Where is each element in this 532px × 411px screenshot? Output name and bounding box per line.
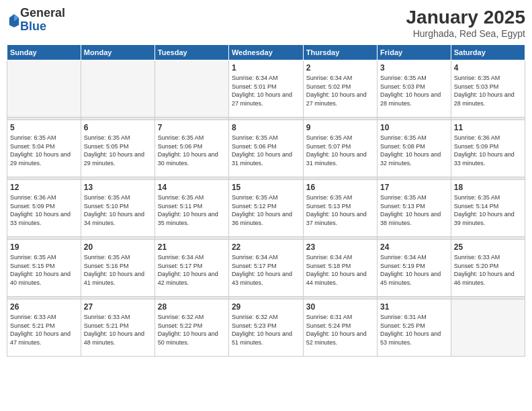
weekday-header-friday: Friday <box>378 45 451 60</box>
day-number: 26 <box>10 302 78 312</box>
day-number: 17 <box>380 183 448 192</box>
day-cell: 15Sunrise: 6:35 AMSunset: 5:12 PMDayligh… <box>228 180 303 237</box>
day-number: 27 <box>84 302 152 312</box>
day-info: Sunrise: 6:35 AMSunset: 5:08 PMDaylight:… <box>380 134 448 167</box>
day-cell: 13Sunrise: 6:35 AMSunset: 5:10 PMDayligh… <box>81 180 154 237</box>
weekday-header-row: SundayMondayTuesdayWednesdayThursdayFrid… <box>7 45 525 60</box>
day-number: 16 <box>306 183 374 192</box>
day-cell: 6Sunrise: 6:35 AMSunset: 5:05 PMDaylight… <box>81 120 154 177</box>
calendar-title: January 2025 <box>406 7 525 28</box>
day-cell: 23Sunrise: 6:34 AMSunset: 5:18 PMDayligh… <box>303 240 377 297</box>
day-number: 25 <box>454 242 522 252</box>
day-cell <box>81 60 154 118</box>
day-info: Sunrise: 6:32 AMSunset: 5:23 PMDaylight:… <box>232 313 300 347</box>
day-cell <box>451 300 525 357</box>
day-number: 15 <box>232 183 300 192</box>
page: General Blue January 2025 Hurghada, Red … <box>0 0 532 411</box>
day-cell: 17Sunrise: 6:35 AMSunset: 5:13 PMDayligh… <box>378 180 451 237</box>
week-row-1: 5Sunrise: 6:35 AMSunset: 5:04 PMDaylight… <box>7 120 525 177</box>
day-info: Sunrise: 6:31 AMSunset: 5:25 PMDaylight:… <box>380 313 448 347</box>
day-info: Sunrise: 6:34 AMSunset: 5:17 PMDaylight:… <box>158 253 226 287</box>
day-cell: 12Sunrise: 6:36 AMSunset: 5:09 PMDayligh… <box>7 180 81 237</box>
day-number: 1 <box>232 63 300 73</box>
day-info: Sunrise: 6:36 AMSunset: 5:09 PMDaylight:… <box>10 193 78 227</box>
day-cell: 26Sunrise: 6:33 AMSunset: 5:21 PMDayligh… <box>7 300 81 357</box>
week-row-3: 19Sunrise: 6:35 AMSunset: 5:15 PMDayligh… <box>7 240 525 297</box>
day-info: Sunrise: 6:34 AMSunset: 5:18 PMDaylight:… <box>306 253 374 287</box>
day-info: Sunrise: 6:31 AMSunset: 5:24 PMDaylight:… <box>306 313 374 347</box>
weekday-header-sunday: Sunday <box>7 45 81 60</box>
day-number: 13 <box>84 183 152 192</box>
weekday-header-saturday: Saturday <box>451 45 525 60</box>
week-row-4: 26Sunrise: 6:33 AMSunset: 5:21 PMDayligh… <box>7 300 525 357</box>
day-info: Sunrise: 6:35 AMSunset: 5:11 PMDaylight:… <box>158 193 226 227</box>
day-number: 12 <box>10 183 78 192</box>
weekday-header-tuesday: Tuesday <box>154 45 228 60</box>
weekday-header-wednesday: Wednesday <box>228 45 303 60</box>
day-cell: 5Sunrise: 6:35 AMSunset: 5:04 PMDaylight… <box>7 120 81 177</box>
day-info: Sunrise: 6:35 AMSunset: 5:15 PMDaylight:… <box>10 253 78 287</box>
day-cell: 30Sunrise: 6:31 AMSunset: 5:24 PMDayligh… <box>303 300 377 357</box>
day-info: Sunrise: 6:35 AMSunset: 5:13 PMDaylight:… <box>306 193 374 227</box>
day-cell: 22Sunrise: 6:34 AMSunset: 5:17 PMDayligh… <box>228 240 303 297</box>
day-number: 31 <box>380 302 448 312</box>
day-number: 11 <box>454 123 522 132</box>
day-number: 5 <box>10 123 78 132</box>
day-number: 20 <box>84 242 152 252</box>
day-cell: 10Sunrise: 6:35 AMSunset: 5:08 PMDayligh… <box>378 120 451 177</box>
day-cell: 25Sunrise: 6:33 AMSunset: 5:20 PMDayligh… <box>451 240 525 297</box>
day-info: Sunrise: 6:35 AMSunset: 5:05 PMDaylight:… <box>84 134 152 167</box>
day-number: 30 <box>306 302 374 312</box>
day-number: 9 <box>306 123 374 132</box>
day-info: Sunrise: 6:33 AMSunset: 5:21 PMDaylight:… <box>84 313 152 347</box>
title-block: January 2025 Hurghada, Red Sea, Egypt <box>406 7 525 39</box>
day-info: Sunrise: 6:34 AMSunset: 5:19 PMDaylight:… <box>380 253 448 287</box>
day-cell: 31Sunrise: 6:31 AMSunset: 5:25 PMDayligh… <box>378 300 451 357</box>
day-info: Sunrise: 6:35 AMSunset: 5:13 PMDaylight:… <box>380 193 448 227</box>
day-number: 29 <box>232 302 300 312</box>
day-number: 14 <box>158 183 226 192</box>
logo-text: General Blue <box>20 7 65 34</box>
day-cell: 8Sunrise: 6:35 AMSunset: 5:06 PMDaylight… <box>228 120 303 177</box>
logo-general-text: General <box>20 7 65 20</box>
weekday-header-monday: Monday <box>81 45 154 60</box>
day-info: Sunrise: 6:36 AMSunset: 5:09 PMDaylight:… <box>454 134 522 167</box>
calendar-subtitle: Hurghada, Red Sea, Egypt <box>406 28 525 39</box>
day-cell: 7Sunrise: 6:35 AMSunset: 5:06 PMDaylight… <box>154 120 228 177</box>
day-number: 8 <box>232 123 300 132</box>
day-cell: 24Sunrise: 6:34 AMSunset: 5:19 PMDayligh… <box>378 240 451 297</box>
day-info: Sunrise: 6:34 AMSunset: 5:02 PMDaylight:… <box>306 74 374 107</box>
day-info: Sunrise: 6:35 AMSunset: 5:06 PMDaylight:… <box>232 134 300 167</box>
day-number: 4 <box>454 63 522 73</box>
day-info: Sunrise: 6:35 AMSunset: 5:10 PMDaylight:… <box>84 193 152 227</box>
day-cell: 20Sunrise: 6:35 AMSunset: 5:16 PMDayligh… <box>81 240 154 297</box>
day-info: Sunrise: 6:35 AMSunset: 5:14 PMDaylight:… <box>454 193 522 227</box>
day-number: 2 <box>306 63 374 73</box>
day-info: Sunrise: 6:35 AMSunset: 5:07 PMDaylight:… <box>306 134 374 167</box>
calendar-table: SundayMondayTuesdayWednesdayThursdayFrid… <box>7 44 525 357</box>
day-cell: 18Sunrise: 6:35 AMSunset: 5:14 PMDayligh… <box>451 180 525 237</box>
day-number: 18 <box>454 183 522 192</box>
day-cell <box>154 60 228 118</box>
day-number: 22 <box>232 242 300 252</box>
day-cell: 16Sunrise: 6:35 AMSunset: 5:13 PMDayligh… <box>303 180 377 237</box>
day-cell: 1Sunrise: 6:34 AMSunset: 5:01 PMDaylight… <box>228 60 303 118</box>
day-cell: 19Sunrise: 6:35 AMSunset: 5:15 PMDayligh… <box>7 240 81 297</box>
day-cell: 28Sunrise: 6:32 AMSunset: 5:22 PMDayligh… <box>154 300 228 357</box>
day-cell: 9Sunrise: 6:35 AMSunset: 5:07 PMDaylight… <box>303 120 377 177</box>
day-info: Sunrise: 6:35 AMSunset: 5:04 PMDaylight:… <box>10 134 78 167</box>
day-number: 7 <box>158 123 226 132</box>
week-row-0: 1Sunrise: 6:34 AMSunset: 5:01 PMDaylight… <box>7 60 525 118</box>
day-info: Sunrise: 6:35 AMSunset: 5:03 PMDaylight:… <box>454 74 522 107</box>
day-number: 28 <box>158 302 226 312</box>
day-cell: 27Sunrise: 6:33 AMSunset: 5:21 PMDayligh… <box>81 300 154 357</box>
day-info: Sunrise: 6:35 AMSunset: 5:16 PMDaylight:… <box>84 253 152 287</box>
day-cell: 14Sunrise: 6:35 AMSunset: 5:11 PMDayligh… <box>154 180 228 237</box>
day-number: 3 <box>380 63 448 73</box>
day-number: 23 <box>306 242 374 252</box>
logo: General Blue <box>7 7 65 34</box>
day-info: Sunrise: 6:33 AMSunset: 5:20 PMDaylight:… <box>454 253 522 287</box>
day-cell: 11Sunrise: 6:36 AMSunset: 5:09 PMDayligh… <box>451 120 525 177</box>
day-cell: 3Sunrise: 6:35 AMSunset: 5:03 PMDaylight… <box>378 60 451 118</box>
weekday-header-thursday: Thursday <box>303 45 377 60</box>
